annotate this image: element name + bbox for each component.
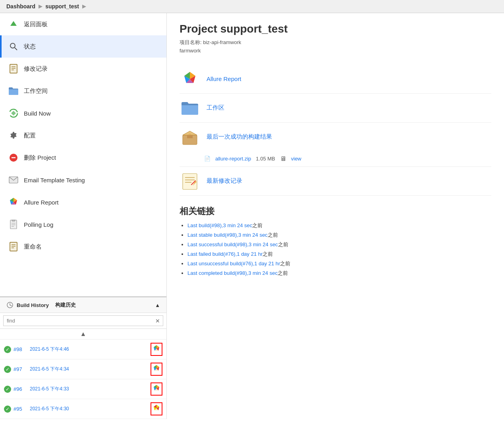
last-change-label[interactable]: 最新修改记录 xyxy=(207,177,242,185)
sidebar-label-rename: 重命名 xyxy=(24,243,42,251)
build-history-title-cn: 构建历史 xyxy=(55,301,76,309)
link-text: Last successful build(#98),3 min 24 sec xyxy=(187,241,278,247)
sidebar-item-rename[interactable]: 重命名 xyxy=(0,236,166,258)
last-build-link[interactable]: 最后一次成功的构建结果 📄 allure-report.zip 1.05 MB … xyxy=(180,123,491,167)
svg-rect-13 xyxy=(12,220,15,221)
sidebar-item-build-now[interactable]: Build Now xyxy=(0,102,166,124)
build-allure-icon[interactable] xyxy=(151,382,162,396)
sidebar-item-delete[interactable]: 删除 Project xyxy=(0,147,166,169)
svg-marker-0 xyxy=(10,21,17,26)
sidebar-item-email[interactable]: Email Template Testing xyxy=(0,169,166,191)
link-text: Last completed build(#98),3 min 24 sec xyxy=(187,270,278,276)
sidebar-label-email: Email Template Testing xyxy=(24,177,85,183)
related-link[interactable]: Last unsuccessful build(#76),1 day 21 hr… xyxy=(187,261,290,267)
breadcrumb-dashboard[interactable]: Dashboard xyxy=(6,3,35,10)
workspace-label[interactable]: 工作区 xyxy=(207,104,224,112)
scroll-up-button[interactable]: ▲ xyxy=(80,330,87,338)
build-history-title: Build History xyxy=(17,302,49,308)
build-status-icon: ✓ xyxy=(4,366,11,373)
list-item: Last build(#98),3 min 24 sec之前 xyxy=(187,222,491,229)
sidebar-label-changes: 修改记录 xyxy=(24,65,48,73)
build-time-link[interactable]: 2021-6-5 下午4:33 xyxy=(30,386,148,392)
build-allure-icon[interactable] xyxy=(151,343,162,356)
zh-suffix: 之前 xyxy=(268,232,278,238)
sidebar-item-back[interactable]: 返回面板 xyxy=(0,13,166,35)
list-item: Last unsuccessful build(#76),1 day 21 hr… xyxy=(187,260,491,267)
sidebar-label-config: 配置 xyxy=(24,132,36,139)
allure-report-label[interactable]: Allure Report xyxy=(207,75,241,82)
sidebar-item-workspace[interactable]: 工作空间 xyxy=(0,80,166,102)
arrow-up-icon xyxy=(8,19,19,30)
related-link[interactable]: Last completed build(#98),3 min 24 sec之前 xyxy=(187,270,288,276)
gear-icon xyxy=(8,130,19,141)
link-text: Last failed build(#76),1 day 21 hr xyxy=(187,251,263,257)
svg-rect-3 xyxy=(10,64,17,73)
sidebar-item-polling[interactable]: Polling Log xyxy=(0,213,166,236)
link-text: Last build(#98),3 min 24 sec xyxy=(187,222,252,228)
build-allure-icon[interactable] xyxy=(151,402,162,415)
zh-suffix: 之前 xyxy=(278,270,288,276)
sidebar-item-status[interactable]: 状态 xyxy=(0,35,166,58)
history-icon xyxy=(6,301,14,309)
file-size: 1.05 MB xyxy=(256,156,275,162)
build-row[interactable]: ✓ #96 2021-6-5 下午4:33 xyxy=(0,379,166,399)
related-link[interactable]: Last build(#98),3 min 24 sec之前 xyxy=(187,222,263,228)
rename-icon xyxy=(8,241,19,252)
build-status-icon: ✓ xyxy=(4,386,11,393)
list-item: Last failed build(#76),1 day 21 hr之前 xyxy=(187,251,491,258)
svg-line-2 xyxy=(15,48,17,50)
build-time-link[interactable]: 2021-6-5 下午4:34 xyxy=(30,366,148,373)
view-link[interactable]: view xyxy=(291,156,301,162)
workspace-link[interactable]: 工作区 xyxy=(180,94,491,123)
build-time-link[interactable]: 2021-6-5 下午4:46 xyxy=(30,346,148,353)
build-number-link[interactable]: #97 xyxy=(14,366,27,372)
svg-rect-17 xyxy=(10,242,17,251)
build-history-section: Build History 构建历史 ▲ ✕ ▲ ✓ #98 xyxy=(0,296,166,419)
build-number-link[interactable]: #95 xyxy=(14,406,27,412)
build-allure-icon[interactable] xyxy=(151,363,162,376)
sidebar-label-build-now: Build Now xyxy=(24,110,51,117)
search-clear-button[interactable]: ✕ xyxy=(155,318,160,324)
project-meta: 项目名称: biz-api-framwork farmwork xyxy=(180,39,491,55)
last-build-label[interactable]: 最后一次成功的构建结果 xyxy=(207,133,272,141)
sidebar-item-changes[interactable]: 修改记录 xyxy=(0,58,166,80)
build-number-link[interactable]: #98 xyxy=(14,346,27,352)
build-list: ✓ #98 2021-6-5 下午4:46 xyxy=(0,340,166,419)
chevron-up-icon[interactable]: ▲ xyxy=(155,302,160,308)
sidebar-item-allure[interactable]: Allure Report xyxy=(0,191,166,213)
sidebar-label-status: 状态 xyxy=(24,43,36,50)
links-section: Allure Report 工作区 xyxy=(180,65,491,196)
box-icon xyxy=(180,127,200,147)
related-links-list: Last build(#98),3 min 24 sec之前 Last stab… xyxy=(180,222,491,277)
note-icon xyxy=(180,171,200,191)
zh-suffix: 之前 xyxy=(280,261,290,267)
build-row[interactable]: ✓ #98 2021-6-5 下午4:46 xyxy=(0,340,166,359)
build-row[interactable]: ✓ #97 2021-6-5 下午4:34 xyxy=(0,359,166,379)
build-row[interactable]: ✓ #95 2021-6-5 下午4:30 xyxy=(0,399,166,419)
main-content: Project support_test 项目名称: biz-api-framw… xyxy=(167,13,504,419)
last-change-link[interactable]: 最新修改记录 xyxy=(180,167,491,196)
meta-line-1: 项目名称: biz-api-framwork xyxy=(180,39,491,47)
breadcrumb-project[interactable]: support_test xyxy=(45,3,79,10)
build-icon xyxy=(8,108,19,119)
related-link[interactable]: Last failed build(#76),1 day 21 hr之前 xyxy=(187,251,273,257)
file-icon: 📄 xyxy=(204,156,210,162)
build-number-link[interactable]: #96 xyxy=(14,386,27,392)
allure-zip-link[interactable]: allure-report.zip xyxy=(215,156,251,162)
related-link[interactable]: Last stable build(#98),3 min 24 sec之前 xyxy=(187,232,278,238)
build-time-link[interactable]: 2021-6-5 下午4:30 xyxy=(30,406,148,412)
folder-icon xyxy=(8,85,19,97)
related-link[interactable]: Last successful build(#98),3 min 24 sec之… xyxy=(187,241,288,247)
allure-report-link[interactable]: Allure Report xyxy=(180,65,491,94)
svg-marker-8 xyxy=(11,111,16,116)
svg-point-1 xyxy=(10,43,15,48)
build-search-input[interactable] xyxy=(3,315,163,326)
link-text: Last stable build(#98),3 min 24 sec xyxy=(187,232,268,238)
build-status-icon: ✓ xyxy=(4,346,11,353)
sidebar: 返回面板 状态 xyxy=(0,13,167,419)
sidebar-item-config[interactable]: 配置 xyxy=(0,124,166,147)
allure-icon xyxy=(8,197,19,208)
sidebar-nav: 返回面板 状态 xyxy=(0,13,166,296)
email-icon xyxy=(8,174,19,185)
breadcrumb-bar: Dashboard ▶ support_test ▶ xyxy=(0,0,504,13)
